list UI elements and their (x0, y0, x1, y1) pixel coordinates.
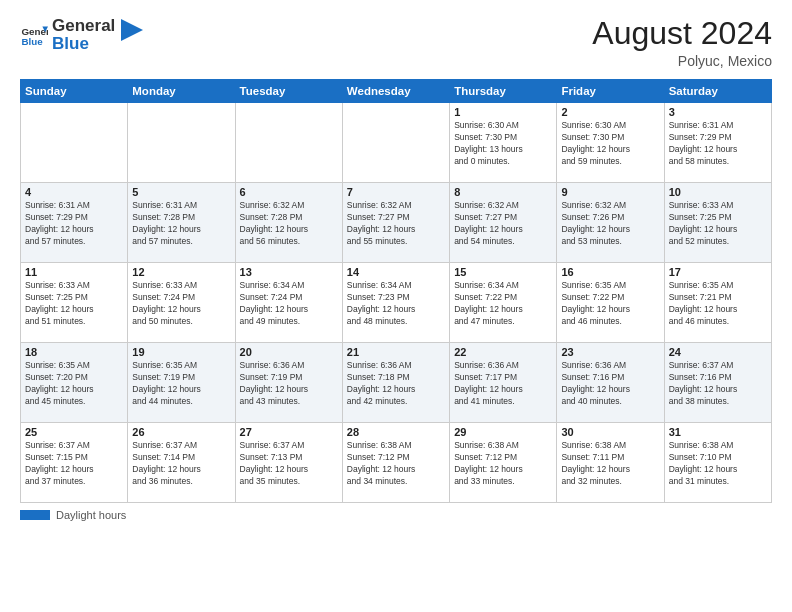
calendar-cell (235, 103, 342, 183)
day-info: Sunrise: 6:32 AM Sunset: 7:28 PM Dayligh… (240, 200, 338, 248)
svg-text:Blue: Blue (21, 36, 43, 47)
day-info: Sunrise: 6:37 AM Sunset: 7:14 PM Dayligh… (132, 440, 230, 488)
day-number: 16 (561, 266, 659, 278)
calendar-cell: 16Sunrise: 6:35 AM Sunset: 7:22 PM Dayli… (557, 263, 664, 343)
day-info: Sunrise: 6:35 AM Sunset: 7:20 PM Dayligh… (25, 360, 123, 408)
calendar-cell: 3Sunrise: 6:31 AM Sunset: 7:29 PM Daylig… (664, 103, 771, 183)
calendar-cell (21, 103, 128, 183)
calendar-cell (342, 103, 449, 183)
day-number: 21 (347, 346, 445, 358)
calendar-cell: 28Sunrise: 6:38 AM Sunset: 7:12 PM Dayli… (342, 423, 449, 503)
logo-icon: General Blue (20, 21, 48, 49)
day-header-thursday: Thursday (450, 80, 557, 103)
day-info: Sunrise: 6:33 AM Sunset: 7:24 PM Dayligh… (132, 280, 230, 328)
day-info: Sunrise: 6:36 AM Sunset: 7:16 PM Dayligh… (561, 360, 659, 408)
day-info: Sunrise: 6:35 AM Sunset: 7:22 PM Dayligh… (561, 280, 659, 328)
calendar-cell: 22Sunrise: 6:36 AM Sunset: 7:17 PM Dayli… (450, 343, 557, 423)
day-number: 12 (132, 266, 230, 278)
day-header-wednesday: Wednesday (342, 80, 449, 103)
calendar-cell: 20Sunrise: 6:36 AM Sunset: 7:19 PM Dayli… (235, 343, 342, 423)
footer-label: Daylight hours (56, 509, 126, 521)
footer: Daylight hours (20, 509, 772, 521)
day-info: Sunrise: 6:33 AM Sunset: 7:25 PM Dayligh… (25, 280, 123, 328)
day-info: Sunrise: 6:31 AM Sunset: 7:29 PM Dayligh… (25, 200, 123, 248)
day-info: Sunrise: 6:31 AM Sunset: 7:29 PM Dayligh… (669, 120, 767, 168)
calendar-cell: 6Sunrise: 6:32 AM Sunset: 7:28 PM Daylig… (235, 183, 342, 263)
day-info: Sunrise: 6:36 AM Sunset: 7:17 PM Dayligh… (454, 360, 552, 408)
day-number: 3 (669, 106, 767, 118)
calendar-cell: 14Sunrise: 6:34 AM Sunset: 7:23 PM Dayli… (342, 263, 449, 343)
daylight-bar-icon (20, 510, 50, 520)
calendar-cell: 11Sunrise: 6:33 AM Sunset: 7:25 PM Dayli… (21, 263, 128, 343)
day-info: Sunrise: 6:38 AM Sunset: 7:10 PM Dayligh… (669, 440, 767, 488)
day-header-saturday: Saturday (664, 80, 771, 103)
calendar-cell: 7Sunrise: 6:32 AM Sunset: 7:27 PM Daylig… (342, 183, 449, 263)
calendar-week-row: 18Sunrise: 6:35 AM Sunset: 7:20 PM Dayli… (21, 343, 772, 423)
calendar-cell: 24Sunrise: 6:37 AM Sunset: 7:16 PM Dayli… (664, 343, 771, 423)
day-number: 15 (454, 266, 552, 278)
day-number: 31 (669, 426, 767, 438)
calendar-cell: 29Sunrise: 6:38 AM Sunset: 7:12 PM Dayli… (450, 423, 557, 503)
svg-marker-3 (121, 19, 143, 41)
day-info: Sunrise: 6:31 AM Sunset: 7:28 PM Dayligh… (132, 200, 230, 248)
day-number: 23 (561, 346, 659, 358)
day-number: 14 (347, 266, 445, 278)
calendar-header-row: SundayMondayTuesdayWednesdayThursdayFrid… (21, 80, 772, 103)
month-year: August 2024 (592, 16, 772, 51)
calendar-week-row: 25Sunrise: 6:37 AM Sunset: 7:15 PM Dayli… (21, 423, 772, 503)
day-info: Sunrise: 6:37 AM Sunset: 7:15 PM Dayligh… (25, 440, 123, 488)
day-number: 22 (454, 346, 552, 358)
calendar-cell: 23Sunrise: 6:36 AM Sunset: 7:16 PM Dayli… (557, 343, 664, 423)
day-info: Sunrise: 6:36 AM Sunset: 7:19 PM Dayligh… (240, 360, 338, 408)
calendar-cell: 9Sunrise: 6:32 AM Sunset: 7:26 PM Daylig… (557, 183, 664, 263)
day-number: 1 (454, 106, 552, 118)
day-number: 6 (240, 186, 338, 198)
calendar-cell: 21Sunrise: 6:36 AM Sunset: 7:18 PM Dayli… (342, 343, 449, 423)
day-number: 4 (25, 186, 123, 198)
day-info: Sunrise: 6:34 AM Sunset: 7:22 PM Dayligh… (454, 280, 552, 328)
calendar-cell: 15Sunrise: 6:34 AM Sunset: 7:22 PM Dayli… (450, 263, 557, 343)
calendar-cell: 1Sunrise: 6:30 AM Sunset: 7:30 PM Daylig… (450, 103, 557, 183)
day-number: 28 (347, 426, 445, 438)
day-number: 18 (25, 346, 123, 358)
day-info: Sunrise: 6:30 AM Sunset: 7:30 PM Dayligh… (561, 120, 659, 168)
calendar-cell: 18Sunrise: 6:35 AM Sunset: 7:20 PM Dayli… (21, 343, 128, 423)
logo-general-text: General (52, 16, 115, 36)
day-header-tuesday: Tuesday (235, 80, 342, 103)
calendar-cell: 5Sunrise: 6:31 AM Sunset: 7:28 PM Daylig… (128, 183, 235, 263)
day-info: Sunrise: 6:38 AM Sunset: 7:11 PM Dayligh… (561, 440, 659, 488)
day-info: Sunrise: 6:37 AM Sunset: 7:13 PM Dayligh… (240, 440, 338, 488)
calendar-cell: 31Sunrise: 6:38 AM Sunset: 7:10 PM Dayli… (664, 423, 771, 503)
day-info: Sunrise: 6:32 AM Sunset: 7:27 PM Dayligh… (454, 200, 552, 248)
day-number: 17 (669, 266, 767, 278)
day-number: 5 (132, 186, 230, 198)
day-number: 11 (25, 266, 123, 278)
calendar-cell: 17Sunrise: 6:35 AM Sunset: 7:21 PM Dayli… (664, 263, 771, 343)
logo: General Blue General Blue (20, 16, 143, 55)
day-info: Sunrise: 6:37 AM Sunset: 7:16 PM Dayligh… (669, 360, 767, 408)
calendar-cell: 4Sunrise: 6:31 AM Sunset: 7:29 PM Daylig… (21, 183, 128, 263)
day-number: 10 (669, 186, 767, 198)
day-number: 25 (25, 426, 123, 438)
calendar-cell: 27Sunrise: 6:37 AM Sunset: 7:13 PM Dayli… (235, 423, 342, 503)
day-info: Sunrise: 6:35 AM Sunset: 7:19 PM Dayligh… (132, 360, 230, 408)
calendar-week-row: 11Sunrise: 6:33 AM Sunset: 7:25 PM Dayli… (21, 263, 772, 343)
title-block: August 2024 Polyuc, Mexico (592, 16, 772, 69)
calendar-cell: 10Sunrise: 6:33 AM Sunset: 7:25 PM Dayli… (664, 183, 771, 263)
calendar-cell: 26Sunrise: 6:37 AM Sunset: 7:14 PM Dayli… (128, 423, 235, 503)
day-info: Sunrise: 6:33 AM Sunset: 7:25 PM Dayligh… (669, 200, 767, 248)
calendar-cell: 13Sunrise: 6:34 AM Sunset: 7:24 PM Dayli… (235, 263, 342, 343)
logo-arrow-icon (121, 19, 143, 41)
day-number: 2 (561, 106, 659, 118)
day-number: 24 (669, 346, 767, 358)
day-info: Sunrise: 6:32 AM Sunset: 7:27 PM Dayligh… (347, 200, 445, 248)
calendar-cell: 2Sunrise: 6:30 AM Sunset: 7:30 PM Daylig… (557, 103, 664, 183)
day-number: 13 (240, 266, 338, 278)
day-info: Sunrise: 6:34 AM Sunset: 7:23 PM Dayligh… (347, 280, 445, 328)
day-number: 29 (454, 426, 552, 438)
day-number: 20 (240, 346, 338, 358)
day-header-friday: Friday (557, 80, 664, 103)
day-number: 27 (240, 426, 338, 438)
calendar-cell: 12Sunrise: 6:33 AM Sunset: 7:24 PM Dayli… (128, 263, 235, 343)
day-header-sunday: Sunday (21, 80, 128, 103)
